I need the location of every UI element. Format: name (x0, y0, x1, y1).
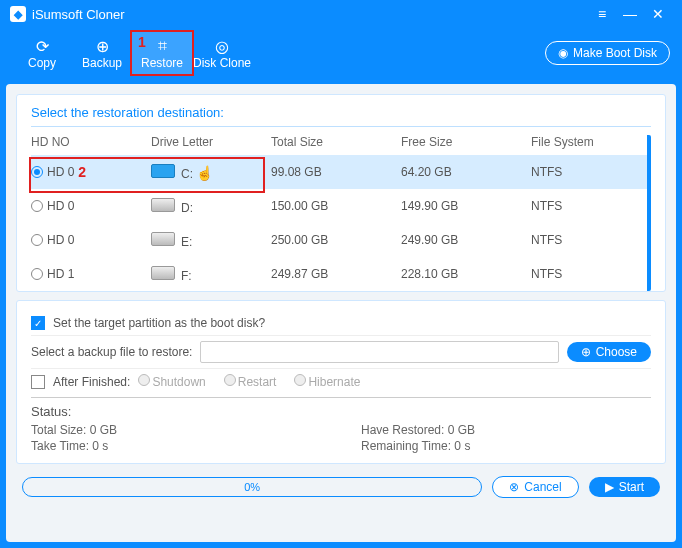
annotation-1: 1 (138, 34, 146, 50)
after-finished-label: After Finished: (53, 375, 130, 389)
minimize-button[interactable]: — (616, 6, 644, 22)
restore-label: Restore (141, 56, 183, 70)
table-header: HD NO Drive Letter Total Size Free Size … (31, 135, 647, 149)
cursor-icon: ☝ (196, 165, 213, 181)
status-take-time: Take Time: 0 s (31, 439, 321, 453)
backup-tab[interactable]: ⊕ Backup (72, 32, 132, 74)
drive-radio[interactable] (31, 234, 43, 246)
file-system: NTFS (531, 199, 641, 213)
make-boot-disk-button[interactable]: ◉ Make Boot Disk (545, 41, 670, 65)
col-fs: File System (531, 135, 641, 149)
progress-bar: 0% (22, 477, 482, 497)
backup-file-input[interactable] (200, 341, 558, 363)
total-size: 249.87 GB (271, 267, 401, 281)
free-size: 249.90 GB (401, 233, 531, 247)
drive-letter: F: (181, 269, 192, 283)
cancel-label: Cancel (524, 480, 561, 494)
backup-label: Backup (82, 56, 122, 70)
drive-table: HD NO Drive Letter Total Size Free Size … (31, 135, 651, 291)
make-boot-disk-label: Make Boot Disk (573, 46, 657, 60)
table-row[interactable]: HD 1 F:249.87 GB228.10 GBNTFS (31, 257, 647, 291)
hdno-text: HD 0 (47, 165, 74, 179)
drive-radio[interactable] (31, 200, 43, 212)
choose-label: Choose (596, 345, 637, 359)
boot-disk-icon: ◉ (558, 46, 568, 60)
drive-letter: C: (181, 167, 193, 181)
backup-icon: ⊕ (96, 36, 109, 56)
copy-label: Copy (28, 56, 56, 70)
file-system: NTFS (531, 267, 641, 281)
status-label: Status: (31, 404, 651, 419)
hdno-text: HD 0 (47, 233, 74, 247)
destination-title: Select the restoration destination: (31, 105, 651, 127)
restart-label: Restart (238, 375, 277, 389)
file-system: NTFS (531, 233, 641, 247)
toolbar: ⟳ Copy ⊕ Backup 1 ⌗ Restore ◎ Disk Clone… (0, 28, 682, 78)
shutdown-radio[interactable] (138, 374, 150, 386)
status-have-restored: Have Restored: 0 GB (361, 423, 651, 437)
plus-icon: ⊕ (581, 345, 591, 359)
drive-icon (151, 232, 175, 246)
drive-radio[interactable] (31, 268, 43, 280)
close-button[interactable]: ✕ (644, 6, 672, 22)
restore-tab[interactable]: 1 ⌗ Restore (132, 32, 192, 74)
drive-letter: D: (181, 201, 193, 215)
col-total: Total Size (271, 135, 401, 149)
options-panel: ✓ Set the target partition as the boot d… (16, 300, 666, 464)
free-size: 228.10 GB (401, 267, 531, 281)
total-size: 99.08 GB (271, 165, 401, 179)
free-size: 149.90 GB (401, 199, 531, 213)
after-finished-checkbox[interactable] (31, 375, 45, 389)
drive-letter: E: (181, 235, 192, 249)
progress-text: 0% (244, 481, 260, 493)
total-size: 250.00 GB (271, 233, 401, 247)
disk-clone-tab[interactable]: ◎ Disk Clone (192, 32, 252, 74)
select-backup-label: Select a backup file to restore: (31, 345, 192, 359)
col-free: Free Size (401, 135, 531, 149)
app-logo-icon: ◆ (10, 6, 26, 22)
drive-icon (151, 198, 175, 212)
app-title: iSumsoft Cloner (32, 7, 124, 22)
shutdown-label: Shutdown (152, 375, 205, 389)
file-system: NTFS (531, 165, 641, 179)
drive-icon (151, 266, 175, 280)
annotation-2: 2 (78, 164, 86, 180)
table-row[interactable]: HD 0 E:250.00 GB249.90 GBNTFS (31, 223, 647, 257)
footer: 0% ⊗ Cancel ▶ Start (16, 472, 666, 502)
boot-disk-label: Set the target partition as the boot dis… (53, 316, 265, 330)
table-row[interactable]: HD 0 2C:☝99.08 GB64.20 GBNTFS (31, 155, 647, 189)
hibernate-label: Hibernate (308, 375, 360, 389)
disk-clone-label: Disk Clone (193, 56, 251, 70)
destination-panel: Select the restoration destination: HD N… (16, 94, 666, 292)
hdno-text: HD 1 (47, 267, 74, 281)
cancel-button[interactable]: ⊗ Cancel (492, 476, 578, 498)
table-row[interactable]: HD 0 D:150.00 GB149.90 GBNTFS (31, 189, 647, 223)
choose-button[interactable]: ⊕ Choose (567, 342, 651, 362)
total-size: 150.00 GB (271, 199, 401, 213)
drive-icon (151, 164, 175, 178)
col-hdno: HD NO (31, 135, 151, 149)
menu-icon[interactable]: ≡ (588, 6, 616, 22)
start-button[interactable]: ▶ Start (589, 477, 660, 497)
copy-icon: ⟳ (36, 36, 49, 56)
drive-radio[interactable] (31, 166, 43, 178)
titlebar: ◆ iSumsoft Cloner ≡ — ✕ (0, 0, 682, 28)
hdno-text: HD 0 (47, 199, 74, 213)
start-label: Start (619, 480, 644, 494)
cancel-icon: ⊗ (509, 480, 519, 494)
boot-disk-checkbox[interactable]: ✓ (31, 316, 45, 330)
start-icon: ▶ (605, 480, 614, 494)
restart-radio[interactable] (224, 374, 236, 386)
status-total-size: Total Size: 0 GB (31, 423, 321, 437)
copy-tab[interactable]: ⟳ Copy (12, 32, 72, 74)
col-drive: Drive Letter (151, 135, 271, 149)
restore-icon: ⌗ (158, 36, 167, 56)
disk-clone-icon: ◎ (215, 36, 229, 56)
hibernate-radio[interactable] (294, 374, 306, 386)
status-remaining-time: Remaining Time: 0 s (361, 439, 651, 453)
free-size: 64.20 GB (401, 165, 531, 179)
